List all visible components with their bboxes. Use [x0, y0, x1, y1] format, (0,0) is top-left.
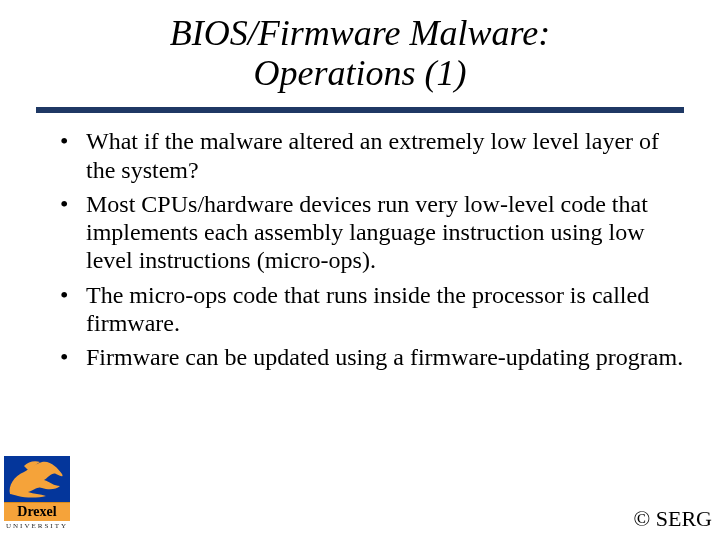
dragon-svg-icon — [4, 456, 70, 502]
bullet-item: Most CPUs/hardware devices run very low-… — [60, 190, 684, 275]
copyright-text: © SERG — [634, 506, 712, 532]
bullet-item: Firmware can be updated using a firmware… — [60, 343, 684, 371]
logo-subtext: UNIVERSITY — [4, 522, 70, 530]
bullet-item: The micro-ops code that runs inside the … — [60, 281, 684, 338]
title-line-1: BIOS/Firmware Malware: — [170, 13, 550, 53]
slide-title: BIOS/Firmware Malware: Operations (1) — [0, 0, 720, 99]
dragon-icon — [4, 456, 70, 502]
title-underline — [36, 107, 684, 113]
bullet-list: What if the malware altered an extremely… — [60, 127, 684, 372]
title-line-2: Operations (1) — [254, 53, 467, 93]
content-area: What if the malware altered an extremely… — [0, 127, 720, 372]
university-logo: Drexel UNIVERSITY — [4, 456, 70, 530]
bullet-item: What if the malware altered an extremely… — [60, 127, 684, 184]
logo-name: Drexel — [4, 502, 70, 521]
slide: BIOS/Firmware Malware: Operations (1) Wh… — [0, 0, 720, 540]
